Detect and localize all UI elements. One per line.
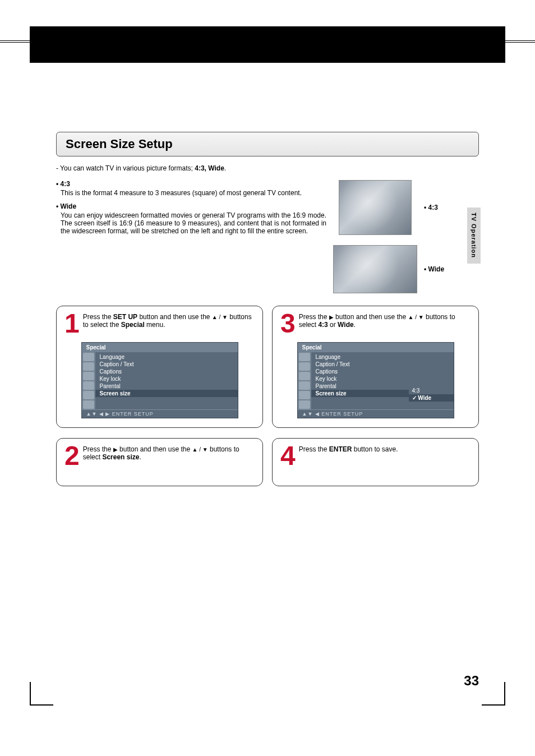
osd-icon-col [298, 352, 311, 409]
step-3-text: Press the ▶ button and then use the ▲ / … [280, 313, 471, 329]
preview-43-label: • 4:3 [424, 204, 438, 211]
txt: Press the [83, 313, 113, 321]
osd-item: Parental [311, 382, 409, 390]
menu-icon [83, 400, 94, 409]
format-43-desc: This is the format 4 measure to 3 measur… [61, 189, 326, 197]
step-2: 2 Press the ▶ button and then use the ▲ … [56, 438, 263, 486]
title-bar: Screen Size Setup [56, 132, 479, 156]
preview-wide-image [333, 245, 417, 293]
osd-item: Language [95, 353, 238, 361]
txt: Wide [338, 321, 354, 329]
step-3-number: 3 [280, 313, 296, 334]
txt: ENTER [329, 445, 352, 453]
txt: SET UP [113, 313, 137, 321]
right-arrow-icon: ▶ [113, 446, 118, 453]
txt: or [328, 321, 338, 329]
menu-icon [299, 353, 310, 361]
txt: button to save. [352, 445, 398, 453]
intro-text: - You can watch TV in various picture fo… [56, 164, 479, 172]
osd-spacer [409, 353, 454, 387]
osd-icon-col [82, 352, 95, 409]
step-1-number: 1 [64, 313, 80, 334]
txt: button and then use the [137, 313, 212, 321]
top-rules [0, 40, 535, 42]
osd-menu-1: Special Language Caption / Text [81, 342, 238, 418]
osd-item-selected: Screen size [95, 390, 238, 397]
step-4-number: 4 [280, 445, 296, 467]
txt: Press the [83, 445, 113, 453]
page-number: 33 [464, 673, 479, 689]
crop-mark [504, 682, 505, 706]
menu-icon [83, 362, 94, 371]
step-3: 3 Press the ▶ button and then use the ▲ … [272, 306, 479, 428]
menu-icon [83, 391, 94, 399]
osd-item: Parental [95, 382, 238, 390]
osd-menu-2: Special Language Caption / Text [297, 342, 454, 418]
osd-item: Caption / Text [95, 361, 238, 368]
osd-menu-1-footer: ▲▼ ◀ ▶ ENTER SETUP [82, 409, 238, 418]
crop-mark [482, 704, 505, 706]
intro-prefix: - You can watch TV in various picture fo… [56, 164, 195, 172]
txt: Screen size [102, 453, 139, 461]
osd-item: Caption / Text [311, 361, 409, 368]
osd-value-col: 4:3 Wide [409, 352, 454, 409]
step-2-number: 2 [64, 445, 80, 467]
up-down-icon: ▲ / ▼ [408, 314, 424, 320]
menu-icon [299, 400, 310, 409]
osd-menu-2-items: Language Caption / Text Captions Key loc… [311, 352, 409, 409]
format-wide-bullet: • Wide [56, 202, 326, 210]
format-wide-desc: You can enjoy widescreen formatted movie… [61, 211, 326, 235]
page-title: Screen Size Setup [66, 137, 469, 151]
menu-icon [299, 362, 310, 371]
txt: Special [121, 321, 145, 329]
osd-menu-2-footer: ▲▼ ◀ ENTER SETUP [298, 409, 454, 418]
txt: . [139, 453, 141, 461]
txt: Press the [299, 445, 329, 453]
osd-value: 4:3 [409, 387, 454, 394]
right-arrow-icon: ▶ [329, 314, 334, 320]
menu-icon [83, 372, 94, 380]
preview-43-image [339, 180, 412, 235]
step-4-text: Press the ENTER button to save. [280, 445, 471, 453]
osd-menu-2-header: Special [298, 343, 454, 352]
osd-item: Key lock [95, 375, 238, 382]
menu-icon [299, 391, 310, 399]
menu-icon [83, 381, 94, 390]
step-4: 4 Press the ENTER button to save. [272, 438, 479, 486]
up-down-icon: ▲ / ▼ [192, 446, 208, 453]
osd-item: Captions [95, 368, 238, 375]
txt: . [354, 321, 356, 329]
osd-item: Captions [311, 368, 409, 375]
osd-menu-1-header: Special [82, 343, 238, 352]
preview-wide-label: • Wide [424, 265, 444, 273]
txt: button and then use the [334, 313, 408, 321]
txt: button and then use the [118, 445, 192, 453]
top-black-band [30, 26, 505, 63]
osd-menu-1-items: Language Caption / Text Captions Key loc… [95, 352, 238, 409]
menu-icon [299, 381, 310, 390]
menu-icon [299, 372, 310, 380]
txt: 4:3 [318, 321, 328, 329]
crop-mark [30, 704, 53, 706]
txt: menu. [145, 321, 165, 329]
step-1: 1 Press the SET UP button and then use t… [56, 306, 263, 428]
step-1-text: Press the SET UP button and then use the… [64, 313, 255, 329]
osd-item-selected: Screen size [311, 390, 409, 397]
intro-suffix: . [224, 164, 226, 172]
intro-bold: 4:3, Wide [195, 164, 224, 172]
up-down-icon: ▲ / ▼ [212, 314, 228, 320]
crop-mark [30, 682, 31, 706]
menu-icon [83, 353, 94, 361]
format-43-bullet: • 4:3 [56, 180, 326, 188]
osd-item: Key lock [311, 375, 409, 382]
txt: Press the [299, 313, 329, 321]
osd-value-selected: Wide [409, 394, 454, 402]
osd-item: Language [311, 353, 409, 361]
step-2-text: Press the ▶ button and then use the ▲ / … [64, 445, 255, 461]
